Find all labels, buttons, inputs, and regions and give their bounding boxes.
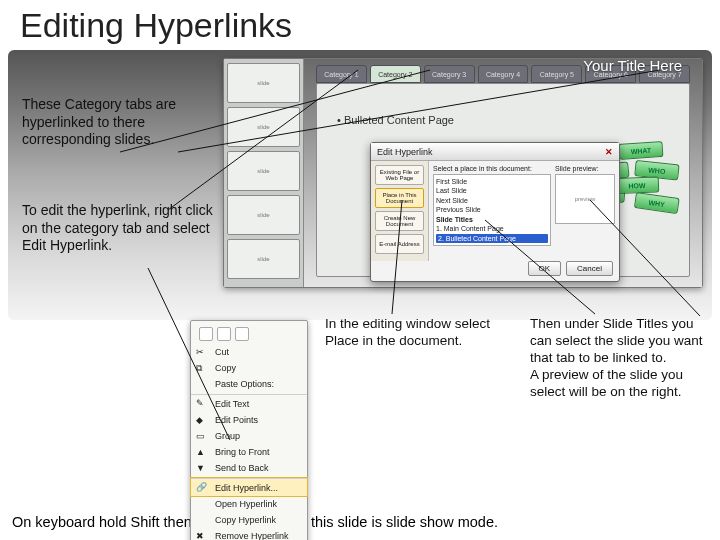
edit-hyperlink-dialog: Edit Hyperlink ✕ Existing File or Web Pa… xyxy=(370,142,620,282)
bulleted-heading: • Bulleted Content Page xyxy=(337,114,454,126)
annotation-edit: To edit the hyperlink, right click on th… xyxy=(22,202,222,255)
page-title: Editing Hyperlinks xyxy=(20,6,292,45)
category-tab[interactable]: Category 2 xyxy=(370,65,421,83)
list-item[interactable]: Next Slide xyxy=(436,196,548,205)
context-menu-item[interactable]: ▭Group xyxy=(191,428,307,444)
menu-item-icon xyxy=(196,515,208,527)
annotation-tabs: These Category tabs are hyperlinked to t… xyxy=(22,96,212,149)
context-menu-item[interactable]: ◆Edit Points xyxy=(191,412,307,428)
annotation-slide-titles: Then under Slide Titles you can select t… xyxy=(530,316,710,400)
menu-item-label: Remove Hyperlink xyxy=(215,531,289,540)
thumbnail: slide xyxy=(227,151,300,191)
places-list[interactable]: First Slide Last Slide Next Slide Previo… xyxy=(433,174,551,246)
thumbnail: slide xyxy=(227,63,300,103)
menu-item-icon: ✖ xyxy=(196,531,208,540)
menu-item-label: Edit Hyperlink... xyxy=(215,483,278,493)
category-tab[interactable]: Category 3 xyxy=(424,65,475,83)
list-item[interactable]: 3. Presentation Page xyxy=(436,243,548,246)
thumbnail: slide xyxy=(227,195,300,235)
preview-box: preview xyxy=(555,174,615,224)
link-to-panel: Existing File or Web Page Place in This … xyxy=(371,161,429,261)
context-menu: ✂Cut⧉CopyPaste Options:✎Edit Text◆Edit P… xyxy=(190,320,308,540)
context-menu-header xyxy=(191,324,307,344)
linkto-email[interactable]: E-mail Address xyxy=(375,234,424,254)
menu-item-icon: ⧉ xyxy=(196,363,208,375)
menu-item-icon xyxy=(196,379,208,391)
select-place-label: Select a place in this document: xyxy=(433,165,551,172)
menu-item-label: Send to Back xyxy=(215,463,269,473)
context-menu-item[interactable]: Paste Options: xyxy=(191,376,307,392)
cancel-button[interactable]: Cancel xyxy=(566,261,613,276)
context-menu-item[interactable]: 🔗Edit Hyperlink... xyxy=(191,478,307,496)
close-icon[interactable]: ✕ xyxy=(605,147,613,157)
dialog-title-text: Edit Hyperlink xyxy=(377,147,433,157)
preview-label: Slide preview: xyxy=(555,165,615,172)
menu-item-icon: ◆ xyxy=(196,415,208,427)
menu-item-icon: ▭ xyxy=(196,431,208,443)
menu-item-label: Group xyxy=(215,431,240,441)
dialog-titlebar: Edit Hyperlink ✕ xyxy=(371,143,619,161)
sign-how: HOW xyxy=(615,176,660,194)
menu-item-label: Edit Text xyxy=(215,399,249,409)
context-menu-item[interactable]: ▼Send to Back xyxy=(191,460,307,476)
menu-item-label: Copy xyxy=(215,363,236,373)
sign-what: WHAT xyxy=(618,141,663,160)
menu-item-label: Cut xyxy=(215,347,229,357)
list-item[interactable]: 1. Main Content Page xyxy=(436,224,548,233)
annotation-place: In the editing window select Place in th… xyxy=(325,316,500,350)
menu-item-icon: 🔗 xyxy=(196,482,208,494)
context-menu-item[interactable]: ⧉Copy xyxy=(191,360,307,376)
list-item[interactable]: Slide Titles xyxy=(436,215,548,224)
slide-root: Editing Hyperlinks These Category tabs a… xyxy=(0,0,720,540)
menu-item-icon: ✂ xyxy=(196,347,208,359)
ok-button[interactable]: OK xyxy=(528,261,562,276)
list-item[interactable]: Previous Slide xyxy=(436,205,548,214)
thumbnail: slide xyxy=(227,239,300,279)
context-menu-item[interactable]: ✖Remove Hyperlink xyxy=(191,528,307,540)
menu-item-icon: ▼ xyxy=(196,463,208,475)
menu-item-label: Copy Hyperlink xyxy=(215,515,276,525)
list-item-selected[interactable]: 2. Bulleted Content Page xyxy=(436,234,548,243)
menu-item-label: Edit Points xyxy=(215,415,258,425)
slide-thumbnails-pane: slide slide slide slide slide xyxy=(224,59,304,287)
list-item[interactable]: Last Slide xyxy=(436,186,548,195)
linkto-place[interactable]: Place in This Document xyxy=(375,188,424,208)
menu-item-icon xyxy=(196,499,208,511)
menu-item-label: Bring to Front xyxy=(215,447,270,457)
thumbnail: slide xyxy=(227,107,300,147)
linkto-existing[interactable]: Existing File or Web Page xyxy=(375,165,424,185)
list-item[interactable]: First Slide xyxy=(436,177,548,186)
category-tab[interactable]: Category 4 xyxy=(478,65,529,83)
menu-item-label: Paste Options: xyxy=(215,379,274,389)
menu-item-icon: ▲ xyxy=(196,447,208,459)
context-menu-item[interactable]: ✂Cut xyxy=(191,344,307,360)
linkto-create[interactable]: Create New Document xyxy=(375,211,424,231)
your-title-text: Your Title Here xyxy=(583,57,682,74)
menu-item-label: Open Hyperlink xyxy=(215,499,277,509)
dialog-middle: Select a place in this document: First S… xyxy=(429,161,555,261)
category-tab[interactable]: Category 1 xyxy=(316,65,367,83)
context-menu-item[interactable]: Open Hyperlink xyxy=(191,496,307,512)
dialog-preview-pane: Slide preview: preview xyxy=(555,161,619,261)
context-menu-item[interactable]: ✎Edit Text xyxy=(191,394,307,412)
sign-why: WHY xyxy=(634,192,680,214)
category-tab[interactable]: Category 5 xyxy=(531,65,582,83)
context-menu-item[interactable]: ▲Bring to Front xyxy=(191,444,307,460)
menu-item-icon: ✎ xyxy=(196,398,208,410)
context-menu-item[interactable]: Copy Hyperlink xyxy=(191,512,307,528)
